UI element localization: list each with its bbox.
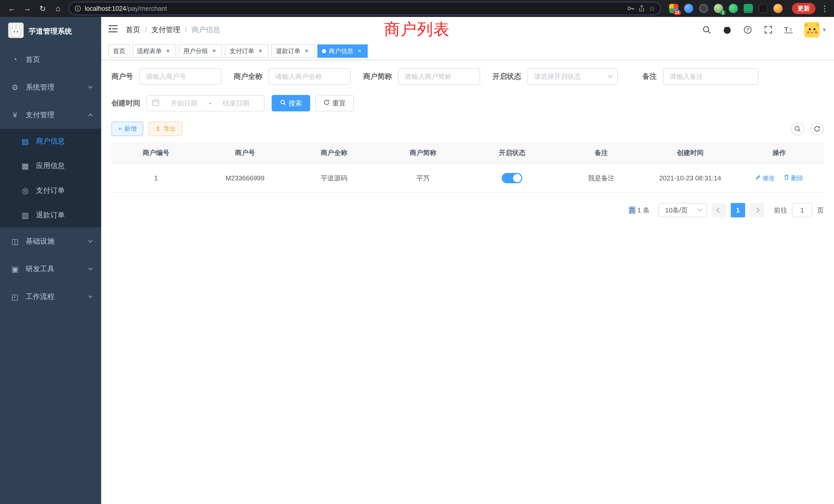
tab-item[interactable]: 退款订单× xyxy=(271,44,315,58)
next-page-button[interactable] xyxy=(750,203,764,217)
sidebar-item-label: 支付管理 xyxy=(26,110,54,120)
close-icon[interactable]: × xyxy=(303,47,310,55)
extension-drop-icon[interactable] xyxy=(684,4,693,13)
browser-chrome: ← → ↻ ⌂ localhost:1024/pay/merchant ☆ 10 xyxy=(0,0,834,17)
edit-pencil-icon xyxy=(755,175,761,182)
profile-avatar-icon[interactable] xyxy=(773,4,783,13)
user-avatar[interactable]: ▾ xyxy=(804,22,826,38)
sidebar-item-label: 退款订单 xyxy=(36,210,65,220)
yen-icon: ¥ xyxy=(10,111,20,119)
column-header: 备注 xyxy=(557,142,646,164)
breadcrumb-item[interactable]: 支付管理 xyxy=(152,25,180,35)
status-select[interactable]: 请选择开启状态 xyxy=(527,68,618,85)
hamburger-icon[interactable] xyxy=(108,25,117,35)
calendar-icon xyxy=(152,99,159,108)
cell-create-time: 2021-10-23 08:31:14 xyxy=(646,164,735,192)
edit-button[interactable]: 修改 xyxy=(755,174,775,182)
merchant-no-input[interactable] xyxy=(139,68,221,85)
search-icon[interactable] xyxy=(702,25,712,35)
filter-row-2: 创建时间 开始日期 - 结束日期 xyxy=(111,95,824,111)
goto-label: 前往 xyxy=(774,206,787,215)
export-button[interactable]: 导出 xyxy=(148,122,182,136)
page-number-button[interactable]: 1 xyxy=(731,203,745,217)
sidebar-item-merchant-info[interactable]: ▤ 商户信息 xyxy=(0,129,101,154)
search-button[interactable]: 搜索 xyxy=(272,95,310,111)
tab-item[interactable]: 用户分组× xyxy=(179,44,222,58)
table-toolbar: + 新增 导出 xyxy=(111,122,824,136)
close-icon[interactable]: × xyxy=(257,47,264,55)
cell-remark: 我是备注 xyxy=(557,164,646,192)
delete-button[interactable]: 删除 xyxy=(784,174,803,182)
bookmark-star-icon[interactable]: ☆ xyxy=(649,4,655,13)
fullscreen-icon[interactable] xyxy=(763,25,773,35)
info-icon[interactable] xyxy=(74,5,81,12)
show-search-toggle-button[interactable] xyxy=(791,122,804,136)
font-size-icon[interactable]: TT xyxy=(784,25,794,35)
browser-forward-button[interactable]: → xyxy=(21,2,34,15)
sidebar-item-home[interactable]: ◔ 首页 xyxy=(0,46,101,73)
total-count: 1 xyxy=(637,206,641,214)
app-logo[interactable]: 芋道管理系统 xyxy=(0,17,101,46)
close-icon[interactable]: × xyxy=(211,47,218,55)
edit-button-label: 修改 xyxy=(762,174,775,182)
sidebar-item-pay-order[interactable]: ◎ 支付订单 xyxy=(0,178,101,203)
extension-avatar-icon[interactable]: 1 xyxy=(714,4,723,13)
sidebar-item-payment[interactable]: ¥ 支付管理 xyxy=(0,101,101,129)
goto-page-input[interactable] xyxy=(792,203,812,217)
breadcrumb-current: 商户信息 xyxy=(192,25,220,35)
sidebar-item-infrastructure[interactable]: ◫ 基础设施 xyxy=(0,227,101,255)
trash-icon xyxy=(784,175,789,182)
prev-page-button[interactable] xyxy=(712,203,726,217)
extension-dark-icon[interactable] xyxy=(699,4,708,13)
url-bar[interactable]: localhost:1024/pay/merchant ☆ xyxy=(69,2,661,15)
extension-green-circle-icon[interactable] xyxy=(729,4,738,13)
date-range-picker[interactable]: 开始日期 - 结束日期 xyxy=(146,95,264,111)
browser-window: ← → ↻ ⌂ localhost:1024/pay/merchant ☆ 10 xyxy=(0,0,834,504)
app-title: 芋道管理系统 xyxy=(29,26,72,36)
kebab-menu-icon[interactable]: ⋮ xyxy=(821,4,829,13)
chevron-down-icon xyxy=(88,238,93,243)
sidebar-item-workflow[interactable]: ◰ 工作流程 xyxy=(0,283,101,311)
tab-item[interactable]: 支付订单× xyxy=(225,44,269,58)
extension-green-doc-icon[interactable] xyxy=(744,4,753,13)
share-icon[interactable] xyxy=(638,5,645,12)
short-name-input[interactable] xyxy=(398,68,480,85)
refresh-table-button[interactable] xyxy=(810,122,824,136)
export-button-label: 导出 xyxy=(163,125,176,133)
tab-label: 首页 xyxy=(113,47,125,55)
extension-badge: 10 xyxy=(673,10,681,15)
full-name-input[interactable] xyxy=(269,68,351,85)
chevron-right-icon xyxy=(754,208,760,213)
date-end-placeholder: 结束日期 xyxy=(213,99,259,108)
add-button[interactable]: + 新增 xyxy=(111,122,143,136)
extension-black-square-icon[interactable] xyxy=(759,4,768,13)
github-icon[interactable] xyxy=(722,25,732,35)
remark-input[interactable] xyxy=(663,68,759,85)
sidebar-item-app-info[interactable]: ▦ 应用信息 xyxy=(0,154,101,178)
sidebar-item-label: 应用信息 xyxy=(36,161,65,171)
breadcrumb-item[interactable]: 首页 xyxy=(126,25,140,35)
browser-home-button[interactable]: ⌂ xyxy=(51,2,65,15)
remark-label: 备注 xyxy=(642,72,657,81)
tab-item-active[interactable]: 商户信息× xyxy=(317,44,368,58)
pagination-total: 共 1 条 xyxy=(629,206,650,215)
extension-badge: 1 xyxy=(720,10,726,15)
toolbox-icon: ▣ xyxy=(10,265,20,274)
sidebar-item-refund-order[interactable]: ▥ 退款订单 xyxy=(0,203,101,227)
sidebar-item-system[interactable]: ⚙ 系统管理 xyxy=(0,73,101,101)
tab-item[interactable]: 流程表单× xyxy=(132,44,176,58)
close-icon[interactable]: × xyxy=(356,47,363,55)
close-icon[interactable]: × xyxy=(164,47,172,55)
password-key-icon[interactable] xyxy=(627,5,635,12)
status-switch[interactable] xyxy=(502,173,522,183)
tab-item[interactable]: 首页 xyxy=(108,44,130,58)
chrome-update-button[interactable]: 更新 xyxy=(792,3,815,14)
browser-back-button[interactable]: ← xyxy=(5,2,19,15)
sidebar-item-dev-tools[interactable]: ▣ 研发工具 xyxy=(0,255,101,283)
reset-button[interactable]: 重置 xyxy=(315,95,354,111)
extension-grid-icon[interactable]: 10 xyxy=(669,4,678,13)
page-size-select[interactable]: 10条/页 xyxy=(658,203,707,217)
merchant-no-label: 商户号 xyxy=(111,72,133,81)
help-icon[interactable]: ? xyxy=(743,25,753,35)
browser-reload-button[interactable]: ↻ xyxy=(36,2,49,15)
